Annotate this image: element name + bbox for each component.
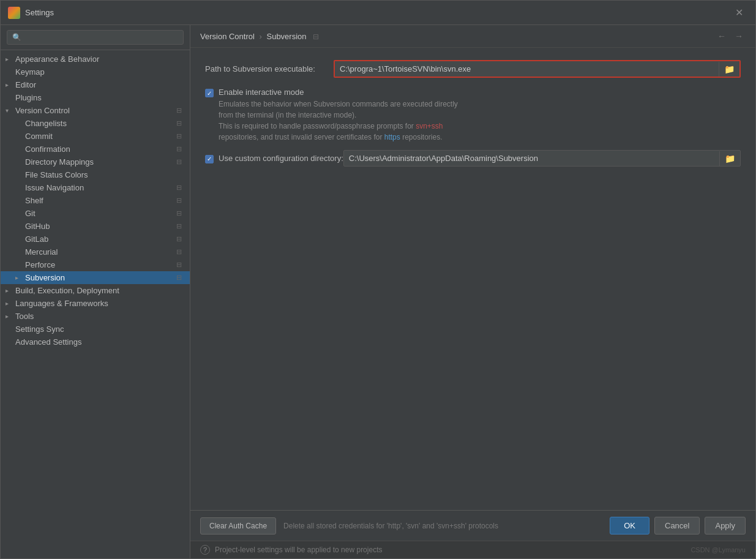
interactive-mode-row: ✓ Enable interactive mode Emulates the b… bbox=[205, 88, 741, 143]
sidebar-item-issue-navigation[interactable]: Issue Navigation⊟ bbox=[1, 181, 190, 194]
sidebar-item-label: Advanced Settings bbox=[15, 337, 81, 347]
settings-icon: ⊟ bbox=[176, 145, 185, 154]
sidebar-item-label: Shelf bbox=[25, 196, 43, 205]
app-icon bbox=[8, 7, 20, 19]
settings-icon: ⊟ bbox=[176, 274, 185, 282]
search-input[interactable] bbox=[7, 30, 184, 45]
custom-dir-browse-button[interactable]: 📁 bbox=[719, 151, 740, 166]
sidebar-item-file-status-colors[interactable]: File Status Colors bbox=[1, 168, 190, 181]
sidebar-item-github[interactable]: GitHub⊟ bbox=[1, 220, 190, 233]
interactive-mode-checkbox[interactable]: ✓ bbox=[205, 89, 214, 97]
https-text: https bbox=[384, 133, 400, 141]
custom-dir-input-wrap: 📁 bbox=[343, 150, 741, 167]
right-panel: Version Control › Subversion ⊟ ← → Path … bbox=[190, 25, 755, 558]
sidebar-item-changelists[interactable]: Changelists⊟ bbox=[1, 117, 190, 130]
sidebar-item-label: Keymap bbox=[15, 67, 45, 77]
settings-icon: ⊟ bbox=[176, 197, 185, 205]
clear-cache-description: Delete all stored credentials for 'http'… bbox=[283, 522, 498, 530]
sidebar-item-label: Version Control bbox=[15, 106, 70, 115]
nav-forward-button[interactable]: → bbox=[732, 30, 746, 42]
path-label: Path to Subversion executable: bbox=[205, 64, 334, 73]
settings-tree: ▸Appearance & BehaviorKeymap▸EditorPlugi… bbox=[1, 50, 190, 558]
settings-icon: ⊟ bbox=[176, 235, 185, 244]
clear-auth-cache-button[interactable]: Clear Auth Cache bbox=[200, 517, 276, 535]
settings-icon: ⊟ bbox=[176, 158, 185, 167]
sidebar-item-label: Commit bbox=[25, 132, 53, 141]
sidebar-item-gitlab[interactable]: GitLab⊟ bbox=[1, 233, 190, 246]
breadcrumb-part-2: Subversion bbox=[266, 32, 306, 41]
settings-icon: ⊟ bbox=[176, 248, 185, 257]
arrow-icon: ▸ bbox=[6, 300, 15, 307]
arrow-icon: ▸ bbox=[6, 287, 15, 294]
path-input[interactable] bbox=[335, 61, 719, 77]
path-input-wrap: 📁 bbox=[334, 60, 741, 78]
left-panel: ▸Appearance & BehaviorKeymap▸EditorPlugi… bbox=[1, 25, 190, 558]
bottom-bar: Clear Auth Cache Delete all stored crede… bbox=[190, 510, 755, 541]
sidebar-item-label: Languages & Frameworks bbox=[15, 299, 108, 308]
sidebar-item-label: Subversion bbox=[25, 273, 65, 282]
desc-line-2: from the terminal (in the interactive mo… bbox=[219, 111, 356, 119]
titlebar: Settings ✕ bbox=[1, 1, 755, 25]
sidebar-item-advanced-settings[interactable]: Advanced Settings bbox=[1, 336, 190, 348]
nav-back-button[interactable]: ← bbox=[715, 30, 728, 42]
arrow-icon: ▸ bbox=[6, 313, 15, 320]
sidebar-item-tools[interactable]: ▸Tools bbox=[1, 310, 190, 323]
breadcrumb: Version Control › Subversion ⊟ bbox=[200, 32, 319, 41]
breadcrumb-nav: ← → bbox=[715, 30, 746, 42]
sidebar-item-subversion[interactable]: ▸Subversion⊟ bbox=[1, 271, 190, 284]
sidebar-item-label: File Status Colors bbox=[25, 170, 88, 179]
arrow-icon: ▸ bbox=[15, 274, 25, 281]
close-button[interactable]: ✕ bbox=[730, 4, 748, 21]
sidebar-item-label: Changelists bbox=[25, 119, 67, 128]
svn-ssh-text: svn+ssh bbox=[416, 122, 443, 130]
sidebar-item-label: Perforce bbox=[25, 260, 55, 269]
sidebar-item-shelf[interactable]: Shelf⊟ bbox=[1, 194, 190, 207]
bottom-left: Clear Auth Cache Delete all stored crede… bbox=[200, 517, 498, 535]
sidebar-item-build-execution[interactable]: ▸Build, Execution, Deployment bbox=[1, 284, 190, 297]
interactive-mode-label-wrap: Enable interactive mode Emulates the beh… bbox=[219, 88, 458, 143]
custom-dir-input[interactable] bbox=[344, 151, 719, 166]
path-browse-button[interactable]: 📁 bbox=[719, 62, 739, 77]
sidebar-item-confirmation[interactable]: Confirmation⊟ bbox=[1, 143, 190, 156]
settings-icon: ⊟ bbox=[176, 107, 185, 115]
sidebar-item-appearance[interactable]: ▸Appearance & Behavior bbox=[1, 53, 190, 66]
custom-dir-label: Use custom configuration directory: bbox=[219, 154, 343, 163]
cancel-button[interactable]: Cancel bbox=[654, 517, 700, 535]
sidebar-item-label: Plugins bbox=[15, 93, 42, 102]
arrow-icon: ▸ bbox=[6, 56, 15, 62]
settings-icon: ⊟ bbox=[176, 119, 185, 128]
sidebar-item-editor[interactable]: ▸Editor bbox=[1, 78, 190, 91]
sidebar-item-perforce[interactable]: Perforce⊟ bbox=[1, 258, 190, 271]
checkmark-icon: ✓ bbox=[207, 90, 212, 97]
breadcrumb-separator: › bbox=[260, 32, 262, 41]
sidebar-item-label: Appearance & Behavior bbox=[15, 54, 99, 64]
search-bar bbox=[1, 25, 190, 50]
path-row: Path to Subversion executable: 📁 bbox=[205, 60, 741, 78]
sidebar-item-label: Git bbox=[25, 209, 36, 218]
ok-button[interactable]: OK bbox=[610, 517, 649, 535]
sidebar-item-directory-mappings[interactable]: Directory Mappings⊟ bbox=[1, 156, 190, 168]
custom-dir-checkbox[interactable]: ✓ bbox=[205, 155, 214, 163]
help-icon[interactable]: ? bbox=[200, 545, 210, 555]
sidebar-item-plugins[interactable]: Plugins bbox=[1, 91, 190, 104]
sidebar-item-keymap[interactable]: Keymap bbox=[1, 66, 190, 78]
sidebar-item-commit[interactable]: Commit⊟ bbox=[1, 130, 190, 143]
sidebar-item-mercurial[interactable]: Mercurial⊟ bbox=[1, 246, 190, 258]
arrow-icon: ▾ bbox=[6, 107, 15, 114]
settings-icon: ⊟ bbox=[176, 184, 185, 192]
sidebar-item-languages-frameworks[interactable]: ▸Languages & Frameworks bbox=[1, 297, 190, 310]
sidebar-item-label: Confirmation bbox=[25, 144, 70, 154]
desc-line-4: repositories, and trust invalid server c… bbox=[219, 133, 443, 141]
sidebar-item-label: Tools bbox=[15, 312, 34, 321]
bottom-right: OK Cancel Apply bbox=[610, 517, 746, 535]
apply-button[interactable]: Apply bbox=[705, 517, 746, 535]
arrow-icon: ▸ bbox=[6, 81, 15, 88]
desc-line-1: Emulates the behavior when Subversion co… bbox=[219, 100, 458, 108]
sidebar-item-label: GitLab bbox=[25, 234, 48, 244]
sidebar-item-git[interactable]: Git⊟ bbox=[1, 207, 190, 220]
sidebar-item-label: Build, Execution, Deployment bbox=[15, 286, 119, 295]
desc-line-3: This is required to handle password/pass… bbox=[219, 122, 443, 130]
sidebar-item-version-control[interactable]: ▾Version Control⊟ bbox=[1, 104, 190, 117]
sidebar-item-settings-sync[interactable]: Settings Sync bbox=[1, 323, 190, 336]
breadcrumb-bar: Version Control › Subversion ⊟ ← → bbox=[190, 25, 755, 48]
